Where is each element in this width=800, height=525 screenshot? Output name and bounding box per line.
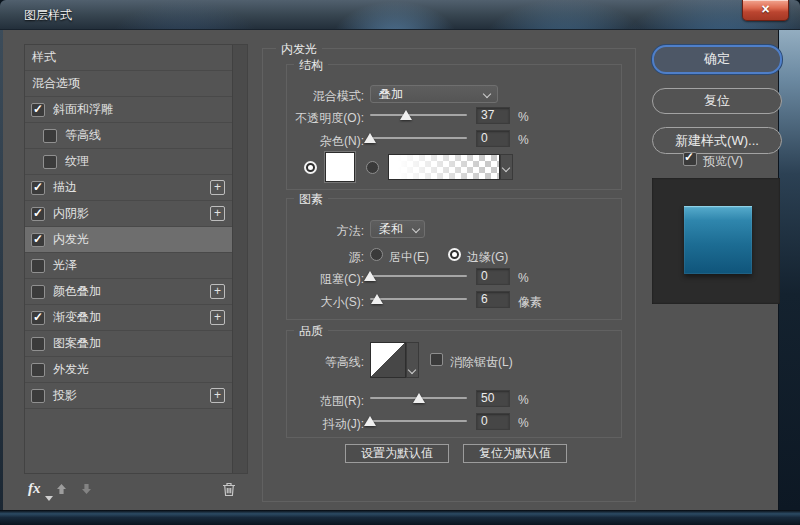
source-edge-label: 边缘(G) <box>467 249 517 266</box>
slider-track <box>370 114 467 116</box>
noise-value[interactable]: 0 <box>476 130 510 147</box>
sidebar-item-2[interactable]: ✓斜面和浮雕 <box>25 97 232 123</box>
fx-menu-caret-icon[interactable] <box>45 496 53 501</box>
noise-slider[interactable] <box>370 129 467 147</box>
slider-track <box>370 137 467 139</box>
sidebar-item-6[interactable]: ✓内阴影+ <box>25 201 232 227</box>
check-icon: ✓ <box>684 150 694 164</box>
sidebar-item-10[interactable]: ✓渐变叠加+ <box>25 305 232 331</box>
sidebar-item-label: 纹理 <box>65 153 89 170</box>
sidebar-item-7[interactable]: ✓内发光 <box>25 227 232 253</box>
opacity-label: 不透明度(O): <box>250 110 364 127</box>
sidebar-item-8[interactable]: ✓光泽 <box>25 253 232 279</box>
opacity-value[interactable]: 37 <box>476 107 510 124</box>
add-effect-icon[interactable]: + <box>210 206 225 221</box>
technique-select[interactable]: 柔和 <box>370 220 425 238</box>
source-center-radio[interactable] <box>370 248 383 261</box>
elements-legend: 图素 <box>294 191 328 208</box>
sidebar-item-1[interactable]: 混合选项 <box>25 71 232 97</box>
slider-thumb[interactable] <box>364 416 376 426</box>
close-button[interactable]: × <box>742 0 789 21</box>
fill-color-radio[interactable] <box>304 161 317 174</box>
add-effect-icon[interactable]: + <box>210 388 225 403</box>
effect-checkbox[interactable]: ✓ <box>43 155 57 169</box>
contour-picker-button[interactable] <box>406 342 419 378</box>
effect-checkbox[interactable]: ✓ <box>31 233 45 247</box>
antialias-checkbox[interactable]: ✓ <box>430 353 443 366</box>
blend-mode-select[interactable]: 叠加 <box>370 85 498 103</box>
glow-gradient-swatch[interactable] <box>388 154 500 180</box>
sidebar-item-9[interactable]: ✓颜色叠加+ <box>25 279 232 305</box>
slider-thumb[interactable] <box>371 294 383 304</box>
sidebar-item-13[interactable]: ✓投影+ <box>25 383 232 409</box>
title-bar[interactable]: 图层样式 × <box>0 0 800 30</box>
effect-checkbox[interactable]: ✓ <box>31 285 45 299</box>
move-effect-up-icon[interactable] <box>55 482 68 500</box>
glow-color-swatch[interactable] <box>325 152 355 182</box>
sidebar-item-12[interactable]: ✓外发光 <box>25 357 232 383</box>
slider-thumb[interactable] <box>364 271 376 281</box>
reset-button[interactable]: 复位 <box>652 88 782 114</box>
delete-effect-icon[interactable] <box>221 481 237 502</box>
sidebar-item-0[interactable]: 样式 <box>25 45 232 71</box>
slider-thumb[interactable] <box>400 110 412 120</box>
jitter-value[interactable]: 0 <box>476 413 510 430</box>
add-effect-icon[interactable]: + <box>210 310 225 325</box>
sidebar-item-5[interactable]: ✓描边+ <box>25 175 232 201</box>
layer-style-dialog: 图层样式 × 样式混合选项✓斜面和浮雕✓等高线✓纹理✓描边+✓内阴影+✓内发光✓… <box>0 0 800 525</box>
noise-label: 杂色(N): <box>250 133 364 150</box>
add-effect-icon[interactable]: + <box>210 180 225 195</box>
fill-gradient-radio[interactable] <box>366 161 379 174</box>
range-value[interactable]: 50 <box>476 390 510 407</box>
ok-button[interactable]: 确定 <box>652 45 782 74</box>
choke-slider[interactable] <box>370 267 467 285</box>
quality-legend: 品质 <box>294 323 328 340</box>
effect-checkbox[interactable]: ✓ <box>31 259 45 273</box>
size-value[interactable]: 6 <box>476 291 510 308</box>
effect-checkbox[interactable]: ✓ <box>31 103 45 117</box>
sidebar-item-label: 投影 <box>53 387 77 404</box>
check-icon: ✓ <box>33 180 43 194</box>
range-slider[interactable] <box>370 389 467 407</box>
preview-thumbnail <box>652 178 780 304</box>
effect-checkbox[interactable]: ✓ <box>43 129 57 143</box>
add-effect-icon[interactable]: + <box>210 284 225 299</box>
sidebar-item-label: 外发光 <box>53 361 89 378</box>
slider-track <box>370 275 467 277</box>
source-edge-radio[interactable] <box>448 248 461 261</box>
effect-checkbox[interactable]: ✓ <box>31 207 45 221</box>
fx-icon[interactable]: fx <box>28 480 41 497</box>
size-slider[interactable] <box>370 290 467 308</box>
effect-checkbox[interactable]: ✓ <box>31 389 45 403</box>
chevron-down-icon <box>412 225 420 233</box>
preview-layer-square <box>684 206 752 274</box>
choke-value[interactable]: 0 <box>476 268 510 285</box>
sidebar-item-3[interactable]: ✓等高线 <box>25 123 232 149</box>
sidebar-item-4[interactable]: ✓纹理 <box>25 149 232 175</box>
check-icon: ✓ <box>33 102 43 116</box>
slider-thumb[interactable] <box>364 133 376 143</box>
choke-unit: % <box>518 271 529 285</box>
preview-label: 预览(V) <box>703 153 763 170</box>
preview-checkbox[interactable]: ✓ <box>683 152 697 166</box>
contour-thumbnail[interactable] <box>370 342 406 378</box>
sidebar-item-label: 光泽 <box>53 257 77 274</box>
check-icon: ✓ <box>33 310 43 324</box>
opacity-slider[interactable] <box>370 106 467 124</box>
jitter-unit: % <box>518 416 529 430</box>
effect-checkbox[interactable]: ✓ <box>31 181 45 195</box>
slider-thumb[interactable] <box>413 393 425 403</box>
jitter-slider[interactable] <box>370 412 467 430</box>
range-unit: % <box>518 393 529 407</box>
effect-checkbox[interactable]: ✓ <box>31 363 45 377</box>
style-list-scrollbar[interactable] <box>232 45 247 473</box>
reset-default-button[interactable]: 复位为默认值 <box>463 444 567 463</box>
effect-checkbox[interactable]: ✓ <box>31 311 45 325</box>
sidebar-item-11[interactable]: ✓图案叠加 <box>25 331 232 357</box>
move-effect-down-icon[interactable] <box>80 482 93 500</box>
new-style-button[interactable]: 新建样式(W)... <box>652 127 782 154</box>
gradient-picker-button[interactable] <box>500 154 513 180</box>
panel-title: 内发光 <box>276 41 322 58</box>
make-default-button[interactable]: 设置为默认值 <box>345 444 449 463</box>
effect-checkbox[interactable]: ✓ <box>31 337 45 351</box>
